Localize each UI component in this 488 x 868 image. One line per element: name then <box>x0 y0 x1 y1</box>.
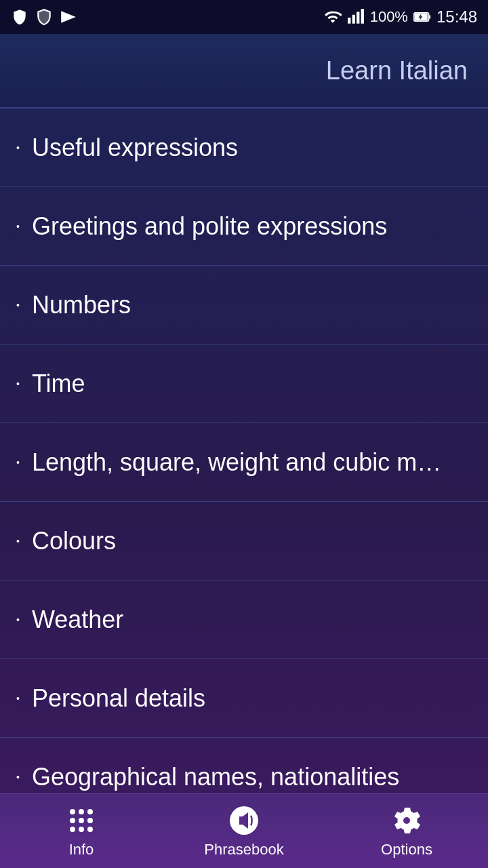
menu-item-label-3: Numbers <box>32 291 131 319</box>
bullet-4: • <box>16 378 20 389</box>
battery-icon <box>413 8 431 26</box>
page-title: Learn Italian <box>326 56 468 85</box>
bullet-1: • <box>16 142 20 153</box>
svg-point-15 <box>87 827 93 832</box>
menu-item-3[interactable]: •Numbers <box>0 266 488 344</box>
status-icons-left <box>11 8 77 26</box>
menu-item-1[interactable]: •Useful expressions <box>0 108 488 187</box>
menu-item-label-8: Personal details <box>32 684 205 713</box>
svg-point-13 <box>70 827 75 832</box>
app-header: Learn Italian <box>0 34 488 108</box>
menu-item-label-9: Geographical names, nationalities <box>32 763 399 791</box>
bullet-6: • <box>16 536 20 547</box>
svg-rect-2 <box>357 12 359 23</box>
grid-icon <box>65 804 98 837</box>
bullet-5: • <box>16 457 20 468</box>
bullet-7: • <box>16 614 20 625</box>
svg-rect-1 <box>352 15 354 24</box>
bullet-3: • <box>16 300 20 311</box>
status-time: 15:48 <box>436 7 477 26</box>
menu-item-label-5: Length, square, weight and cubic m… <box>32 448 441 477</box>
svg-point-10 <box>70 818 75 823</box>
menu-item-9[interactable]: •Geographical names, nationalities <box>0 738 488 793</box>
nav-info[interactable]: Info <box>0 804 163 859</box>
menu-item-label-4: Time <box>32 370 85 398</box>
shield2-icon <box>35 8 53 26</box>
gear-icon <box>390 804 423 837</box>
svg-rect-0 <box>348 18 350 24</box>
menu-item-5[interactable]: •Length, square, weight and cubic m… <box>0 423 488 502</box>
nav-options[interactable]: Options <box>325 804 488 859</box>
menu-item-label-6: Colours <box>32 527 116 555</box>
svg-rect-3 <box>361 9 363 24</box>
menu-item-8[interactable]: •Personal details <box>0 659 488 738</box>
menu-item-label-1: Useful expressions <box>32 134 238 162</box>
svg-rect-5 <box>428 15 430 18</box>
status-bar: 100% 15:48 <box>0 0 488 34</box>
signal-icon <box>347 8 365 26</box>
status-icons-right: 100% 15:48 <box>324 7 477 26</box>
wifi-icon <box>324 8 342 26</box>
svg-point-11 <box>79 818 84 823</box>
nav-info-label: Info <box>69 841 94 859</box>
menu-item-2[interactable]: •Greetings and polite expressions <box>0 187 488 266</box>
menu-item-7[interactable]: •Weather <box>0 580 488 659</box>
svg-point-7 <box>70 809 75 814</box>
svg-point-17 <box>403 817 410 824</box>
bottom-nav: Info Phrasebook Options <box>0 793 488 868</box>
svg-point-14 <box>79 827 84 832</box>
menu-item-label-7: Weather <box>32 606 123 634</box>
shield1-icon <box>11 8 28 26</box>
nav-options-label: Options <box>381 841 432 859</box>
play-badge-icon <box>60 8 77 26</box>
bullet-8: • <box>16 693 20 704</box>
bullet-9: • <box>16 772 20 783</box>
menu-list: •Useful expressions•Greetings and polite… <box>0 108 488 793</box>
svg-point-12 <box>87 818 93 823</box>
nav-phrasebook-label: Phrasebook <box>204 841 283 859</box>
svg-point-8 <box>79 809 84 814</box>
svg-point-9 <box>87 809 93 814</box>
battery-text: 100% <box>370 8 408 26</box>
menu-item-6[interactable]: •Colours <box>0 502 488 580</box>
menu-item-label-2: Greetings and polite expressions <box>32 212 387 241</box>
menu-item-4[interactable]: •Time <box>0 344 488 423</box>
bullet-2: • <box>16 221 20 232</box>
nav-phrasebook[interactable]: Phrasebook <box>163 804 325 859</box>
speaker-icon <box>228 804 260 837</box>
